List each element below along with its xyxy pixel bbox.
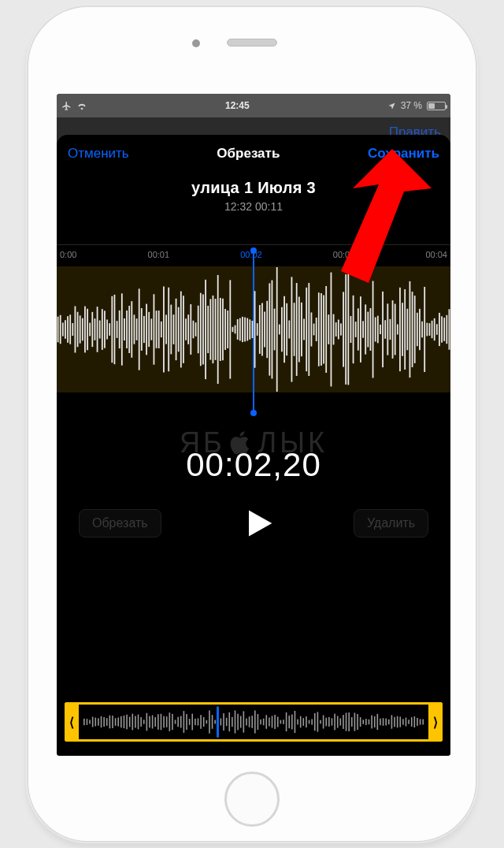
svg-rect-110 xyxy=(321,293,322,366)
svg-rect-175 xyxy=(117,717,119,726)
svg-rect-256 xyxy=(348,712,350,731)
svg-rect-221 xyxy=(249,716,250,727)
svg-rect-96 xyxy=(286,303,287,355)
svg-rect-198 xyxy=(183,711,185,733)
svg-rect-280 xyxy=(417,718,418,726)
svg-rect-240 xyxy=(303,718,305,726)
svg-rect-39 xyxy=(146,304,147,355)
svg-rect-200 xyxy=(189,719,191,725)
svg-point-2 xyxy=(250,410,257,416)
svg-rect-250 xyxy=(332,718,333,725)
svg-rect-171 xyxy=(106,718,108,726)
svg-rect-9 xyxy=(72,323,73,336)
svg-rect-128 xyxy=(365,304,366,354)
iphone-frame: 12:45 37 % Править Отменить Обрезать Сох… xyxy=(27,6,477,842)
svg-rect-136 xyxy=(384,320,386,339)
svg-rect-147 xyxy=(412,292,413,367)
svg-rect-131 xyxy=(372,281,374,378)
svg-rect-107 xyxy=(313,324,315,336)
svg-rect-183 xyxy=(140,717,142,727)
svg-rect-275 xyxy=(402,719,404,724)
wifi-icon xyxy=(76,102,87,110)
home-button[interactable] xyxy=(224,772,280,827)
svg-rect-181 xyxy=(135,716,136,728)
svg-rect-121 xyxy=(347,274,349,385)
svg-rect-191 xyxy=(163,716,165,728)
svg-rect-178 xyxy=(126,715,128,730)
svg-rect-254 xyxy=(343,715,344,729)
svg-rect-214 xyxy=(228,712,230,731)
playback-time: 00:02,20 xyxy=(57,446,450,484)
svg-rect-105 xyxy=(308,283,309,376)
svg-rect-5 xyxy=(62,322,64,336)
svg-rect-42 xyxy=(154,294,155,364)
svg-rect-219 xyxy=(243,711,245,732)
svg-rect-234 xyxy=(286,712,287,731)
svg-rect-41 xyxy=(150,318,152,340)
sheet-header: Отменить Обрезать Сохранить xyxy=(57,135,450,168)
trim-handle-left[interactable]: ⟨ xyxy=(65,702,79,742)
svg-rect-235 xyxy=(288,716,290,728)
svg-rect-218 xyxy=(240,716,242,727)
svg-rect-158 xyxy=(439,313,440,346)
svg-rect-231 xyxy=(277,716,279,727)
svg-rect-100 xyxy=(296,283,298,376)
cancel-button[interactable]: Отменить xyxy=(68,146,129,162)
svg-rect-40 xyxy=(148,312,150,347)
svg-rect-52 xyxy=(178,307,180,352)
svg-rect-58 xyxy=(193,321,195,338)
svg-rect-153 xyxy=(426,323,428,337)
svg-rect-133 xyxy=(377,316,379,344)
svg-rect-243 xyxy=(311,719,313,724)
svg-rect-232 xyxy=(280,720,282,724)
svg-rect-45 xyxy=(161,322,162,337)
play-button[interactable] xyxy=(240,506,275,541)
svg-rect-109 xyxy=(318,292,320,366)
svg-rect-102 xyxy=(301,303,302,356)
svg-rect-220 xyxy=(246,719,247,726)
svg-rect-246 xyxy=(320,720,321,724)
svg-rect-159 xyxy=(441,316,443,342)
trim-strip[interactable]: ⟨ ⟩ xyxy=(65,702,443,742)
airplane-mode-icon xyxy=(61,101,72,111)
svg-rect-156 xyxy=(434,318,435,340)
svg-rect-33 xyxy=(131,301,132,358)
svg-rect-155 xyxy=(432,321,433,338)
svg-rect-76 xyxy=(237,319,239,340)
svg-rect-3 xyxy=(57,317,59,343)
svg-rect-20 xyxy=(99,321,101,339)
delete-button[interactable]: Удалить xyxy=(354,509,428,537)
svg-rect-29 xyxy=(121,293,123,365)
status-bar: 12:45 37 % xyxy=(57,94,450,117)
svg-rect-126 xyxy=(360,296,361,363)
svg-rect-132 xyxy=(375,318,376,342)
trim-handle-right[interactable]: ⟩ xyxy=(428,702,443,742)
svg-rect-255 xyxy=(346,712,347,731)
svg-rect-262 xyxy=(365,719,367,725)
svg-rect-182 xyxy=(138,715,139,730)
svg-rect-106 xyxy=(311,312,313,346)
waveform-area[interactable]: 0:00 00:01 00:02 00:03 00:04 xyxy=(57,244,450,418)
svg-rect-119 xyxy=(343,292,344,366)
save-button[interactable]: Сохранить xyxy=(368,146,439,162)
svg-rect-77 xyxy=(239,318,241,341)
svg-rect-73 xyxy=(229,280,231,378)
svg-rect-60 xyxy=(198,306,199,353)
svg-rect-176 xyxy=(120,716,122,728)
svg-rect-211 xyxy=(220,719,222,726)
svg-rect-95 xyxy=(284,296,285,363)
svg-rect-186 xyxy=(149,716,150,728)
svg-rect-189 xyxy=(158,714,159,730)
svg-rect-84 xyxy=(257,323,258,336)
svg-rect-48 xyxy=(168,288,169,372)
svg-rect-82 xyxy=(252,321,254,338)
svg-rect-11 xyxy=(77,312,79,348)
svg-rect-138 xyxy=(390,319,391,340)
svg-rect-34 xyxy=(134,314,135,344)
svg-rect-241 xyxy=(306,716,307,727)
svg-rect-192 xyxy=(166,716,168,727)
svg-rect-6 xyxy=(65,320,66,338)
trim-button[interactable]: Обрезать xyxy=(79,509,161,537)
trim-playhead[interactable] xyxy=(217,706,219,738)
svg-rect-228 xyxy=(269,718,270,727)
